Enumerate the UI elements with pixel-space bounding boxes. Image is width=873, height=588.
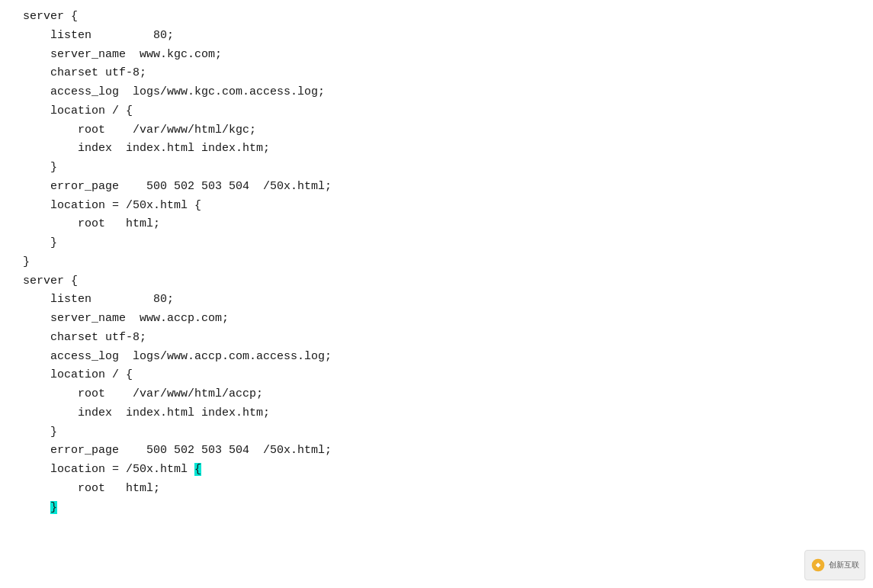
code-line-9: } [23,159,873,178]
watermark-icon [810,557,826,573]
watermark-text: 创新互联 [829,560,859,570]
code-line-20: location / { [23,366,873,385]
code-line-26: root html; [23,480,873,499]
code-line-18: charset utf-8; [23,329,873,348]
code-line-21: root /var/www/html/accp; [23,385,873,404]
code-line-3: server_name www.kgc.com; [23,46,873,65]
code-line-8: index index.html index.htm; [23,140,873,159]
highlight-brace-close: } [50,501,57,514]
code-line-7: root /var/www/html/kgc; [23,121,873,140]
code-editor: server { listen 80; server_name www.kgc.… [0,0,873,588]
code-line-10: error_page 500 502 503 504 /50x.html; [23,178,873,197]
code-line-12: root html; [23,215,873,234]
code-line-19: access_log logs/www.accp.com.access.log; [23,348,873,367]
code-line-1: server { [23,8,873,27]
code-line-27: } [23,499,873,518]
code-line-15: server { [23,272,873,291]
code-line-24: error_page 500 502 503 504 /50x.html; [23,442,873,461]
code-line-2: listen 80; [23,27,873,46]
code-line-16: listen 80; [23,291,873,310]
code-line-23: } [23,423,873,442]
code-line-13: } [23,234,873,253]
code-line-22: index index.html index.htm; [23,404,873,423]
highlight-brace-open: { [194,463,201,476]
code-line-17: server_name www.accp.com; [23,310,873,329]
code-line-11: location = /50x.html { [23,197,873,216]
code-line-4: charset utf-8; [23,64,873,83]
code-line-14: } [23,253,873,272]
code-line-25: location = /50x.html { [23,461,873,480]
code-line-5: access_log logs/www.kgc.com.access.log; [23,83,873,102]
code-line-6: location / { [23,102,873,121]
watermark: 创新互联 [804,550,865,580]
